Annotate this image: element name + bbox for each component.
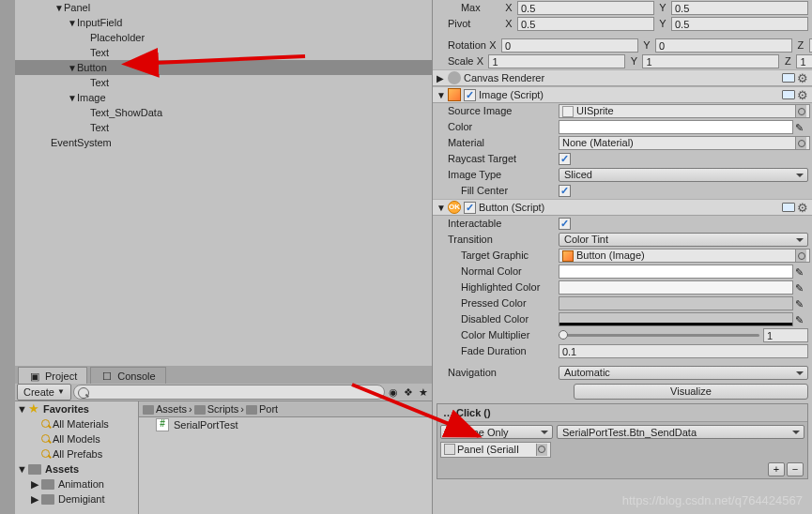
project-tree-item[interactable]: ▶Animation bbox=[15, 476, 138, 491]
object-picker-icon[interactable] bbox=[795, 105, 806, 117]
foldout-icon[interactable]: ▼ bbox=[68, 92, 77, 104]
interactable-checkbox[interactable] bbox=[559, 218, 571, 230]
visualize-button[interactable]: Visualize bbox=[574, 384, 808, 400]
rot-x[interactable] bbox=[501, 38, 638, 53]
raycast-checkbox[interactable] bbox=[559, 153, 571, 165]
image-type-dropdown[interactable]: Sliced bbox=[559, 168, 808, 182]
material-field[interactable]: None (Material) bbox=[559, 136, 810, 150]
eyedropper-icon[interactable]: ✎ bbox=[795, 297, 808, 310]
hierarchy-item[interactable]: ▼Button bbox=[15, 60, 432, 75]
enable-checkbox[interactable] bbox=[464, 89, 476, 101]
create-button[interactable]: Create▼ bbox=[17, 384, 71, 401]
function-dropdown[interactable]: SerialPortTest.Btn_SendData bbox=[557, 425, 804, 439]
eyedropper-icon[interactable]: ✎ bbox=[795, 281, 808, 295]
scale-y[interactable] bbox=[642, 54, 779, 68]
hierarchy-item[interactable]: Text bbox=[15, 120, 432, 135]
pivot-y[interactable] bbox=[671, 17, 808, 31]
foldout-icon[interactable]: ▼ bbox=[437, 202, 445, 214]
project-tree-item[interactable]: All Materials bbox=[15, 416, 138, 431]
help-icon[interactable] bbox=[782, 90, 795, 99]
runtime-dropdown[interactable]: Runtime Only bbox=[440, 425, 553, 439]
color-multiplier-value[interactable] bbox=[763, 328, 808, 342]
filter-icon[interactable]: ◉ bbox=[387, 386, 400, 399]
inspector-panel: Max XY Pivot XY Rotation XYZ Scale XYZ ▶… bbox=[433, 0, 812, 514]
filter-type-icon[interactable]: ❖ bbox=[402, 386, 415, 399]
tree-label: All Materials bbox=[53, 417, 109, 431]
search-icon bbox=[41, 419, 51, 429]
foldout-icon[interactable]: ▼ bbox=[437, 89, 445, 101]
save-search-icon[interactable]: ★ bbox=[417, 386, 430, 399]
hierarchy-item[interactable]: ▼Image bbox=[15, 90, 432, 105]
search-input[interactable] bbox=[73, 385, 385, 400]
project-tree-item[interactable]: ▼Assets bbox=[15, 461, 138, 476]
project-file-item[interactable]: SerialPortTest bbox=[139, 417, 432, 432]
foldout-icon[interactable]: ▼ bbox=[68, 62, 77, 74]
add-listener-button[interactable]: + bbox=[768, 462, 785, 476]
hierarchy-item[interactable]: Text bbox=[15, 45, 432, 60]
color-field[interactable] bbox=[559, 120, 793, 134]
breadcrumb-item[interactable]: Scripts bbox=[194, 402, 239, 416]
help-icon[interactable] bbox=[782, 73, 795, 83]
hierarchy-item[interactable]: Placeholder bbox=[15, 30, 432, 45]
max-y[interactable] bbox=[671, 1, 808, 15]
foldout-icon[interactable]: ▶ bbox=[437, 72, 445, 84]
object-picker-icon[interactable] bbox=[795, 249, 806, 262]
object-picker-icon[interactable] bbox=[536, 444, 547, 456]
image-component-header[interactable]: ▼ Image (Script) bbox=[433, 86, 812, 103]
fade-duration-field[interactable] bbox=[559, 344, 808, 358]
folder-icon bbox=[194, 405, 206, 415]
gear-icon[interactable] bbox=[797, 202, 808, 213]
rot-y[interactable] bbox=[655, 38, 792, 53]
remove-listener-button[interactable]: − bbox=[787, 462, 804, 476]
pivot-x[interactable] bbox=[517, 17, 654, 31]
object-picker-icon[interactable] bbox=[795, 137, 806, 149]
foldout-icon[interactable]: ▶ bbox=[30, 477, 39, 491]
gear-icon[interactable] bbox=[797, 89, 808, 100]
pressed-color-field[interactable] bbox=[559, 296, 793, 310]
transition-label: Transition bbox=[433, 233, 559, 246]
navigation-dropdown[interactable]: Automatic bbox=[559, 366, 808, 380]
button-component-header[interactable]: ▼ OK Button (Script) bbox=[433, 199, 812, 216]
transition-dropdown[interactable]: Color Tint bbox=[559, 233, 808, 247]
project-tree-item[interactable]: All Prefabs bbox=[15, 446, 138, 461]
hierarchy-label: EventSystem bbox=[51, 136, 112, 149]
tab-console[interactable]: ☐ Console bbox=[90, 367, 165, 384]
project-tree-item[interactable]: ▶Demigiant bbox=[15, 491, 138, 506]
eyedropper-icon[interactable]: ✎ bbox=[795, 265, 808, 279]
hierarchy-label: Panel bbox=[64, 1, 90, 14]
help-icon[interactable] bbox=[782, 203, 795, 212]
highlighted-color-field[interactable] bbox=[559, 280, 793, 295]
create-label: Create bbox=[23, 386, 54, 399]
breadcrumb-item[interactable]: Port bbox=[246, 402, 278, 416]
normal-color-field[interactable] bbox=[559, 265, 793, 279]
enable-checkbox[interactable] bbox=[464, 202, 476, 214]
project-tree-item[interactable]: ▼★Favorites bbox=[15, 401, 138, 416]
target-graphic-field[interactable]: Button (Image) bbox=[559, 249, 810, 263]
hierarchy-item[interactable]: EventSystem bbox=[15, 135, 432, 150]
foldout-icon[interactable]: ▼ bbox=[54, 2, 64, 14]
hierarchy-item[interactable]: ▼InputField bbox=[15, 15, 432, 30]
hierarchy-item[interactable]: Text bbox=[15, 75, 432, 90]
foldout-icon[interactable]: ▼ bbox=[17, 402, 26, 416]
foldout-icon[interactable]: ▼ bbox=[68, 17, 77, 29]
foldout-icon[interactable]: ▼ bbox=[17, 462, 26, 476]
gear-icon[interactable] bbox=[797, 72, 808, 83]
canvas-renderer-header[interactable]: ▶ Canvas Renderer bbox=[433, 69, 812, 86]
image-type-value: Sliced bbox=[564, 168, 592, 181]
hierarchy-item[interactable]: ▼Panel bbox=[15, 0, 432, 15]
breadcrumb-item[interactable]: Assets bbox=[143, 402, 187, 416]
scale-x[interactable] bbox=[488, 54, 625, 68]
tab-project[interactable]: ▣ Project bbox=[18, 367, 87, 384]
eyedropper-icon[interactable]: ✎ bbox=[795, 121, 808, 134]
project-tree-item[interactable]: All Models bbox=[15, 431, 138, 446]
disabled-color-field[interactable] bbox=[559, 312, 793, 326]
onclick-object-field[interactable]: Panel (SerialI bbox=[440, 442, 551, 457]
foldout-icon[interactable]: ▶ bbox=[30, 492, 39, 506]
max-x[interactable] bbox=[517, 1, 654, 15]
eyedropper-icon[interactable]: ✎ bbox=[795, 313, 808, 326]
color-multiplier-slider[interactable] bbox=[559, 328, 812, 342]
scale-z[interactable] bbox=[796, 54, 812, 68]
hierarchy-item[interactable]: Text_ShowData bbox=[15, 105, 432, 120]
source-image-field[interactable]: UISprite bbox=[559, 104, 810, 118]
fill-center-checkbox[interactable] bbox=[559, 185, 571, 197]
